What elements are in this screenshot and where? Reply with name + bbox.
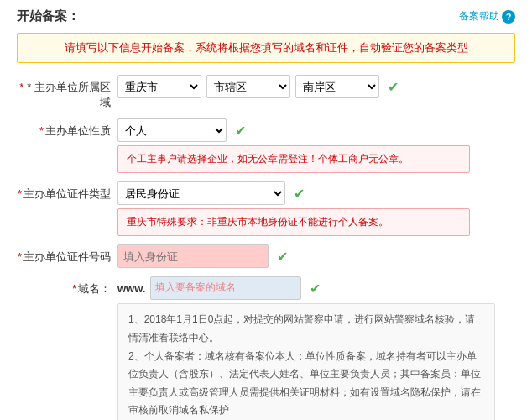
nature-hint: 个工主事户请选择企业，如无公章需登注！个体工商户无公章。 (117, 145, 470, 173)
help-link[interactable]: 备案帮助 ? (459, 9, 515, 24)
help-icon: ? (502, 10, 515, 24)
region-row: ** 主办单位所属区域 重庆市 市辖区 南岸区 ✔ (17, 75, 515, 110)
cert-no-input[interactable] (117, 244, 269, 268)
cert-type-content: 居民身份证 ✔ 重庆市特殊要求：非重庆市本地身份证不能进行个人备案。 (117, 181, 515, 236)
note-1: 1、2018年1月1日0点起，对提交的网站警察申请，进行网站警察域名核验，请情清… (128, 311, 484, 347)
district-select[interactable]: 南岸区 (295, 75, 379, 98)
note-2: 2、个人备案者：域名核有备案位本人；单位性质备案，域名持有者可以主办单位负责人（… (128, 348, 484, 420)
nature-check-icon: ✔ (235, 123, 246, 139)
nature-select[interactable]: 个人 (117, 118, 227, 142)
cert-no-content: ✔ (117, 244, 515, 268)
cert-type-hint: 重庆市特殊要求：非重庆市本地身份证不能进行个人备案。 (117, 208, 470, 236)
domain-label: *域名： (17, 276, 117, 297)
city-select[interactable]: 市辖区 (206, 75, 290, 98)
cert-type-select[interactable]: 居民身份证 (117, 181, 285, 205)
page-title: 开始备案： (17, 8, 80, 24)
cert-type-row: *主办单位证件类型 居民身份证 ✔ 重庆市特殊要求：非重庆市本地身份证不能进行个… (17, 181, 515, 236)
cert-type-label: *主办单位证件类型 (17, 181, 117, 202)
www-prefix: www. (117, 282, 145, 295)
notes-box: 1、2018年1月1日0点起，对提交的网站警察申请，进行网站警察域名核验，请情清… (117, 303, 495, 420)
cert-no-check-icon: ✔ (277, 249, 288, 265)
cert-no-row: *主办单位证件号码 ✔ (17, 244, 515, 268)
domain-input[interactable] (150, 276, 301, 300)
help-link-text: 备案帮助 (459, 9, 499, 24)
province-select[interactable]: 重庆市 (117, 75, 201, 98)
nature-content: 个人 ✔ 个工主事户请选择企业，如无公章需登注！个体工商户无公章。 (117, 118, 515, 173)
domain-content: www. 填入要备案的域名 ✔ 1、2018年1月1日0点起，对提交的网站警察申… (117, 276, 515, 420)
region-label: ** 主办单位所属区域 (17, 75, 117, 110)
domain-check-icon: ✔ (310, 281, 321, 297)
cert-no-label: *主办单位证件号码 (17, 244, 117, 265)
domain-row: *域名： www. 填入要备案的域名 ✔ 1、2018年1月1日0点起，对提交的… (17, 276, 515, 420)
cert-type-check-icon: ✔ (294, 186, 305, 202)
region-check-icon: ✔ (388, 79, 399, 95)
nature-row: *主办单位性质 个人 ✔ 个工主事户请选择企业，如无公章需登注！个体工商户无公章… (17, 118, 515, 173)
form-section: ** 主办单位所属区域 重庆市 市辖区 南岸区 ✔ (17, 75, 515, 420)
nature-label: *主办单位性质 (17, 118, 117, 139)
notice-banner: 请填写以下信息开始备案，系统将根据您填写的域名和证件，自动验证您的备案类型 (17, 33, 515, 63)
region-content: 重庆市 市辖区 南岸区 ✔ (117, 75, 515, 98)
